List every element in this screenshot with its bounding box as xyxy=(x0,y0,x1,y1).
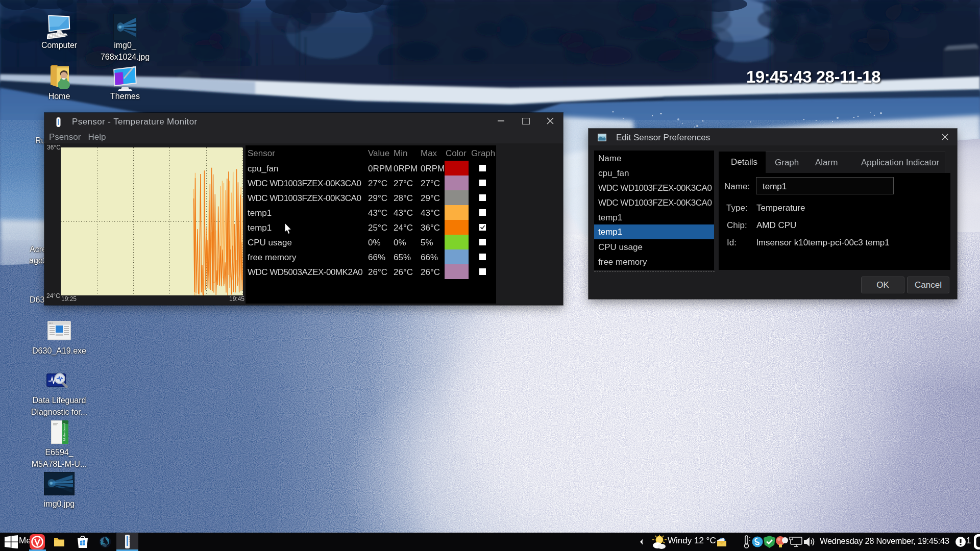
svg-text:Motherboard: Motherboard xyxy=(63,423,66,441)
